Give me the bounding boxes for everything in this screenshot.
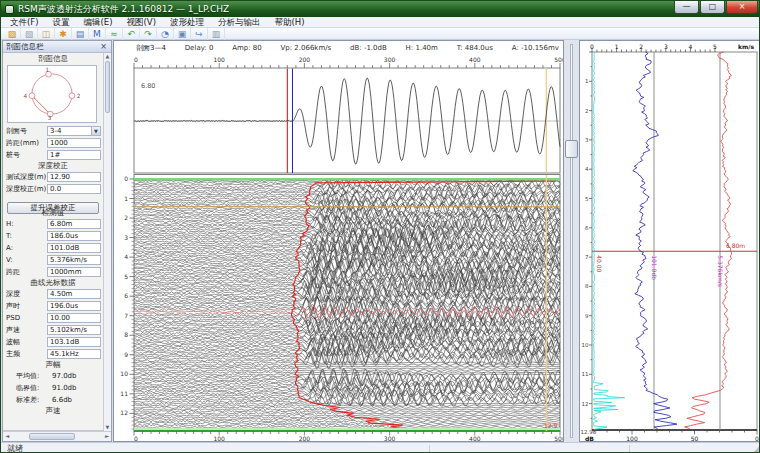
velocity-input[interactable]: 5.102km/s: [47, 325, 101, 335]
sidebar-vertical-scrollbar[interactable]: ▲ ▼: [103, 53, 111, 431]
cursor-time-input-value: 196.0us: [50, 302, 78, 310]
menu-file[interactable]: 文件(F): [3, 17, 46, 27]
svg-text:9: 9: [124, 351, 128, 358]
t-value-input[interactable]: 186.0us: [47, 231, 101, 241]
a-value-input[interactable]: 101.0dB: [47, 243, 101, 253]
h-value-input[interactable]: 6.80m: [47, 219, 101, 229]
sidebar-close-icon[interactable]: ×: [99, 41, 108, 52]
svg-text:100: 100: [213, 56, 225, 63]
analyze-icon[interactable]: ◔: [157, 28, 174, 40]
profile-curves-panel: 012345km/s050100dB12345678910111212.9040…: [579, 40, 760, 442]
main-frequency-input[interactable]: 45.1kHz: [47, 349, 101, 359]
svg-text:3: 3: [585, 137, 589, 143]
redo-icon[interactable]: ↷: [140, 28, 157, 40]
slider-track[interactable]: [570, 44, 573, 438]
v-value-input-label: V:: [6, 256, 47, 264]
depth-correction-header: 深度校正: [3, 161, 103, 171]
svg-text:0: 0: [755, 435, 759, 442]
svg-text:11: 11: [120, 390, 128, 397]
pile-number-input[interactable]: 1#: [47, 150, 101, 160]
vertical-scroll-thumb[interactable]: [105, 61, 110, 113]
scroll-left-icon[interactable]: ◄: [3, 432, 11, 441]
svg-text:300: 300: [384, 56, 396, 63]
scroll-up-icon[interactable]: ▲: [104, 53, 111, 60]
depth-correction-input-label: 深度校正(m): [6, 184, 47, 194]
menu-edit[interactable]: 编辑(E): [77, 17, 120, 27]
settings-gear-icon[interactable]: ✱: [55, 28, 72, 40]
scroll-right-icon[interactable]: ►: [103, 432, 111, 441]
status-divider: [629, 445, 630, 452]
svg-text:5: 5: [585, 196, 589, 202]
dropdown-arrow-icon[interactable]: ▼: [91, 127, 100, 135]
velocity-input-value: 5.102km/s: [50, 326, 87, 334]
open-file-icon[interactable]: ▨: [4, 28, 21, 40]
cursor-time-input[interactable]: 196.0us: [47, 301, 101, 311]
span-mm-input[interactable]: 1000: [47, 138, 101, 148]
svg-text:500: 500: [554, 435, 563, 442]
svg-text:3: 3: [664, 43, 668, 50]
main-frequency-input-value: 45.1kHz: [50, 350, 79, 358]
undo-icon[interactable]: ↶: [123, 28, 140, 40]
span-value-input[interactable]: 1000mm: [47, 267, 101, 277]
stddev-value-value: 6.6db: [52, 396, 72, 404]
test-depth-input[interactable]: 12.90: [47, 172, 101, 182]
stddev-value: 6.6db: [50, 396, 101, 404]
status-text: 就绪: [7, 444, 23, 453]
single-trace-chart[interactable]: 01002003004005006.80: [114, 55, 563, 174]
info-h: H: 1.40m: [406, 44, 438, 52]
cursor-depth-input[interactable]: 4.50m: [47, 289, 101, 299]
critical-value-label: 临界值:: [16, 383, 50, 393]
minimize-button[interactable]: —: [674, 1, 699, 14]
svg-text:10: 10: [582, 342, 589, 348]
file-manage-icon[interactable]: ◫: [38, 28, 55, 40]
depth-correction-input[interactable]: 0.0: [47, 184, 101, 194]
export-icon[interactable]: ↪: [191, 28, 208, 40]
save-file-icon[interactable]: ▧: [21, 28, 38, 40]
velocity-input-label: 声速: [6, 325, 47, 335]
svg-text:40.00: 40.00: [596, 255, 603, 272]
report-icon[interactable]: ▣: [174, 28, 191, 40]
print-icon[interactable]: ▥: [208, 28, 225, 40]
status-divider: [429, 445, 430, 452]
span-value-input-value: 1000mm: [50, 268, 81, 276]
amplitude-input[interactable]: 103.1dB: [47, 337, 101, 347]
menu-waveform-processing[interactable]: 波形处理: [163, 17, 211, 27]
menu-view[interactable]: 视图(V): [120, 17, 163, 27]
wiggle-trace-chart[interactable]: 012345678910111212.90100200300400500: [114, 174, 563, 441]
depth-slider[interactable]: [564, 40, 579, 442]
a-value-input-label: A:: [6, 244, 47, 252]
chart-view-icon[interactable]: ▤: [72, 28, 89, 40]
resize-grip-icon[interactable]: ◢: [754, 443, 760, 453]
svg-text:1: 1: [585, 78, 589, 84]
v-value-input[interactable]: 5.376km/s: [47, 255, 101, 265]
waveform-panel: 剖面3—4Delay: 0Amp: 80Vp: 2.066km/sdB: -1.…: [113, 40, 564, 442]
svg-text:6: 6: [124, 292, 128, 299]
profile-number-select-value: 3-4: [50, 127, 61, 135]
svg-text:101.0db: 101.0db: [651, 255, 658, 280]
menu-settings[interactable]: 设置: [46, 17, 77, 27]
h-value-input-label: H:: [6, 220, 47, 228]
svg-text:5: 5: [713, 43, 717, 50]
sidebar-body: 剖面信息 1234 剖面号3-4▼跨距(mm)1000桩号1#深度校正测试深度(…: [3, 53, 111, 431]
horizontal-scroll-thumb[interactable]: [29, 433, 75, 440]
svg-text:5: 5: [124, 273, 128, 280]
waveform-view-icon[interactable]: M: [89, 28, 106, 40]
svg-text:1: 1: [124, 195, 128, 202]
info-a: A: -10.156mv: [512, 44, 559, 52]
svg-text:2: 2: [639, 43, 643, 50]
maximize-button[interactable]: □: [700, 1, 725, 14]
span-mm-input-label: 跨距(mm): [6, 138, 47, 148]
psd-input[interactable]: 10.00: [47, 313, 101, 323]
amplitude-input-value: 103.1dB: [50, 338, 79, 346]
spectrum-icon[interactable]: ≈: [106, 28, 123, 40]
sidebar-horizontal-scrollbar[interactable]: ◄ ►: [3, 431, 111, 441]
profile-number-select[interactable]: 3-4▼: [47, 126, 101, 136]
depth-profile-chart[interactable]: 012345km/s050100dB12345678910111212.9040…: [580, 41, 760, 441]
menu-analysis-output[interactable]: 分析与输出: [211, 17, 268, 27]
scroll-down-icon[interactable]: ▼: [104, 424, 111, 431]
close-button[interactable]: ×: [726, 1, 758, 14]
average-value-value: 97.0db: [52, 372, 76, 380]
menu-help[interactable]: 帮助(H): [268, 17, 312, 27]
slider-thumb[interactable]: [565, 140, 578, 158]
average-value: 97.0db: [50, 372, 101, 380]
